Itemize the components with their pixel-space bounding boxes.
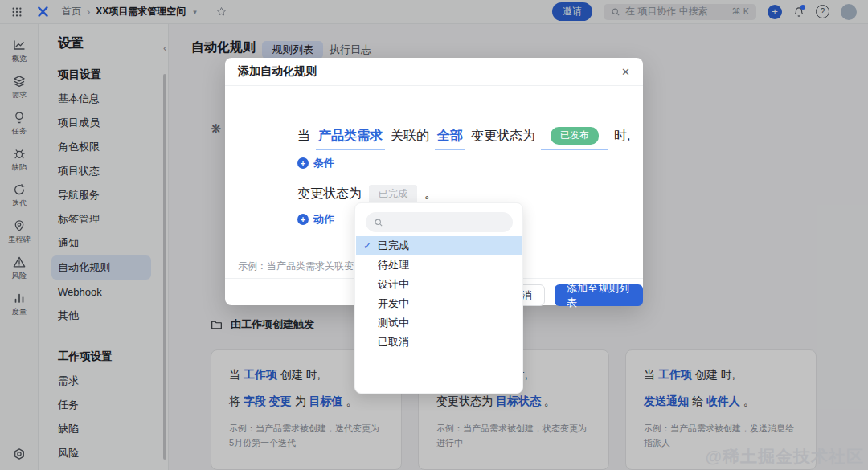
option-label: 开发中 bbox=[378, 296, 409, 311]
relation-scope-select[interactable]: 全部 bbox=[435, 128, 465, 150]
plus-circle-icon: + bbox=[297, 214, 309, 225]
add-action-button[interactable]: + 动作 bbox=[297, 212, 334, 227]
action-sentence: 变更状态为 已完成 。 bbox=[297, 185, 437, 204]
add-to-rule-list-button[interactable]: 添加至规则列表 bbox=[555, 284, 643, 306]
workitem-type-select[interactable]: 产品类需求 bbox=[316, 128, 385, 150]
status-dropdown: ✓ 已完成 待处理 设计中 开发中 测试中 已取消 bbox=[354, 202, 523, 394]
sentence-text: 变更状态为 bbox=[297, 186, 362, 202]
option-testing[interactable]: 测试中 bbox=[356, 313, 522, 333]
add-condition-label: 条件 bbox=[313, 156, 334, 170]
add-condition-button[interactable]: + 条件 bbox=[297, 156, 334, 170]
sentence-text: 当 bbox=[297, 128, 310, 150]
option-designing[interactable]: 设计中 bbox=[356, 275, 522, 294]
modal-title: 添加自动化规则 bbox=[238, 64, 317, 79]
sentence-text: 关联的 bbox=[391, 128, 429, 150]
add-action-label: 动作 bbox=[313, 212, 334, 227]
option-pending[interactable]: 待处理 bbox=[356, 255, 522, 275]
modal-header: 添加自动化规则 ✕ bbox=[225, 58, 643, 86]
dropdown-options: ✓ 已完成 待处理 设计中 开发中 测试中 已取消 bbox=[356, 236, 522, 352]
dropdown-search-input[interactable] bbox=[388, 217, 505, 228]
trigger-status-select[interactable]: 已发布 bbox=[541, 127, 608, 150]
rule-example-text: 示例：当产品类需求关联变更置 bbox=[238, 260, 373, 273]
check-icon: ✓ bbox=[363, 240, 371, 251]
close-icon[interactable]: ✕ bbox=[621, 66, 630, 78]
option-label: 设计中 bbox=[378, 277, 409, 292]
sentence-text: 。 bbox=[424, 186, 437, 202]
sentence-text: 时, bbox=[614, 128, 630, 150]
dropdown-search-box[interactable] bbox=[366, 212, 513, 232]
option-cancelled[interactable]: 已取消 bbox=[356, 333, 522, 352]
option-done[interactable]: ✓ 已完成 bbox=[356, 236, 522, 255]
option-label: 已完成 bbox=[378, 239, 409, 253]
trigger-sentence: 当 产品类需求 关联的 全部 变更状态为 已发布 时, bbox=[297, 127, 630, 150]
status-badge-published: 已发布 bbox=[551, 127, 599, 145]
sentence-text: 变更状态为 bbox=[471, 128, 535, 150]
search-icon bbox=[374, 218, 383, 227]
plus-circle-icon: + bbox=[297, 157, 309, 169]
app-window: 首页 › XX项目需求管理空间 ▾ 邀请 在 项目协作 中搜索 ⌘ K + bbox=[0, 0, 868, 470]
option-label: 待处理 bbox=[378, 258, 409, 272]
option-label: 测试中 bbox=[378, 316, 409, 330]
action-status-select[interactable]: 已完成 bbox=[369, 185, 417, 204]
option-developing[interactable]: 开发中 bbox=[356, 294, 522, 313]
option-label: 已取消 bbox=[378, 335, 409, 349]
site-watermark: @稀土掘金技术社区 bbox=[706, 445, 864, 468]
